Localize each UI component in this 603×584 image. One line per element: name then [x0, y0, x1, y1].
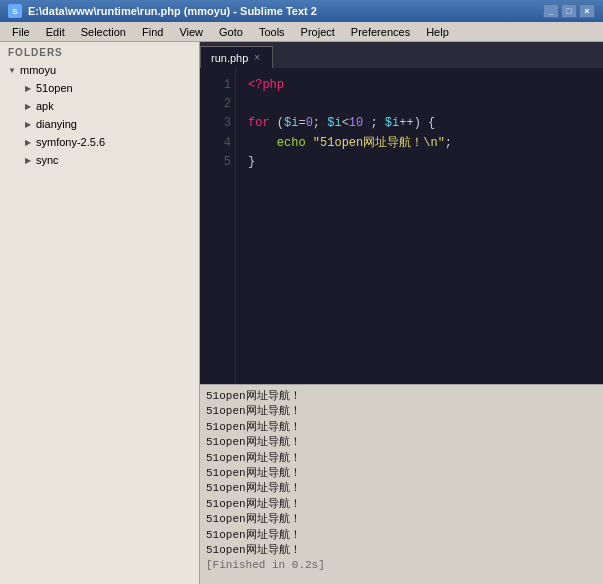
output-line-1: 51open网址导航！ [206, 389, 597, 404]
editor-area: run.php × 1 2 3 4 5 <?php for ($i=0; $i<… [200, 42, 603, 384]
tree-item-51open[interactable]: 51open [0, 79, 199, 97]
output-line-8: 51open网址导航！ [206, 497, 597, 512]
tree-item-root[interactable]: mmoyu [0, 61, 199, 79]
main-content: FOLDERS mmoyu 51open apk dianying symf [0, 42, 603, 584]
menu-edit[interactable]: Edit [38, 24, 73, 40]
tree-label-51open: 51open [36, 82, 73, 94]
code-line-3: for ($i=0; $i<10 ; $i++) { [248, 114, 591, 133]
folders-label: FOLDERS [0, 42, 199, 61]
close-button[interactable]: × [579, 4, 595, 18]
menu-file[interactable]: File [4, 24, 38, 40]
tree-arrow-51open [20, 80, 36, 96]
menu-view[interactable]: View [171, 24, 211, 40]
window-controls[interactable]: _ □ × [543, 4, 595, 18]
output-line-4: 51open网址导航！ [206, 435, 597, 450]
menu-help[interactable]: Help [418, 24, 457, 40]
output-line-10: 51open网址导航！ [206, 528, 597, 543]
code-line-2 [248, 95, 591, 114]
title-text: E:\data\www\runtime\run.php (mmoyu) - Su… [28, 5, 543, 17]
output-line-5: 51open网址导航！ [206, 451, 597, 466]
tree-arrow-mmoyu [4, 62, 20, 78]
maximize-button[interactable]: □ [561, 4, 577, 18]
tree-arrow-sync [20, 152, 36, 168]
app-icon: S [8, 4, 22, 18]
tree-arrow-symfony [20, 134, 36, 150]
output-finished: [Finished in 0.2s] [206, 558, 597, 573]
sidebar: FOLDERS mmoyu 51open apk dianying symf [0, 42, 200, 584]
tab-label: run.php [211, 52, 248, 64]
output-panel: 51open网址导航！ 51open网址导航！ 51open网址导航！ 51op… [200, 384, 603, 584]
minimize-button[interactable]: _ [543, 4, 559, 18]
tree-item-dianying[interactable]: dianying [0, 115, 199, 133]
output-line-3: 51open网址导航！ [206, 420, 597, 435]
tree-label-apk: apk [36, 100, 54, 112]
menu-goto[interactable]: Goto [211, 24, 251, 40]
code-editor[interactable]: 1 2 3 4 5 <?php for ($i=0; $i<10 ; $i++)… [200, 68, 603, 384]
tree-label-sync: sync [36, 154, 59, 166]
tree-label-mmoyu: mmoyu [20, 64, 56, 76]
menu-tools[interactable]: Tools [251, 24, 293, 40]
right-panel: run.php × 1 2 3 4 5 <?php for ($i=0; $i<… [200, 42, 603, 584]
sidebar-content: FOLDERS mmoyu 51open apk dianying symf [0, 42, 199, 584]
tree-arrow-apk [20, 98, 36, 114]
menu-bar: File Edit Selection Find View Goto Tools… [0, 22, 603, 42]
tree-label-symfony: symfony-2.5.6 [36, 136, 105, 148]
menu-project[interactable]: Project [293, 24, 343, 40]
output-line-7: 51open网址导航！ [206, 481, 597, 496]
tree-label-dianying: dianying [36, 118, 77, 130]
menu-selection[interactable]: Selection [73, 24, 134, 40]
tree-item-symfony[interactable]: symfony-2.5.6 [0, 133, 199, 151]
tab-close-button[interactable]: × [254, 52, 260, 63]
line-numbers: 1 2 3 4 5 [200, 68, 236, 384]
tab-bar: run.php × [200, 42, 603, 68]
tree-item-apk[interactable]: apk [0, 97, 199, 115]
output-line-9: 51open网址导航！ [206, 512, 597, 527]
tab-run-php[interactable]: run.php × [200, 46, 273, 68]
menu-preferences[interactable]: Preferences [343, 24, 418, 40]
output-line-6: 51open网址导航！ [206, 466, 597, 481]
tree-arrow-dianying [20, 116, 36, 132]
output-line-2: 51open网址导航！ [206, 404, 597, 419]
code-line-5: } [248, 153, 591, 172]
output-line-11: 51open网址导航！ [206, 543, 597, 558]
title-bar: S E:\data\www\runtime\run.php (mmoyu) - … [0, 0, 603, 22]
tree-item-sync[interactable]: sync [0, 151, 199, 169]
code-line-1: <?php [248, 76, 591, 95]
code-line-4: echo "51open网址导航！\n"; [248, 134, 591, 153]
menu-find[interactable]: Find [134, 24, 171, 40]
code-content[interactable]: <?php for ($i=0; $i<10 ; $i++) { echo "5… [236, 68, 603, 384]
